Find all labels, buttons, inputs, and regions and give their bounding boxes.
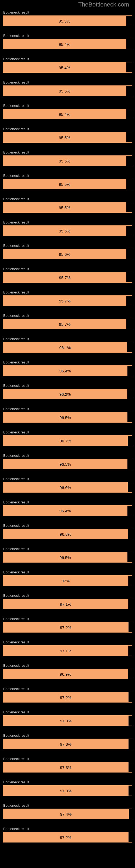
bar-row: Bottleneck result96.9% xyxy=(3,663,132,679)
bar-fill: 96.5% xyxy=(3,412,127,422)
bar-track: 95.4% xyxy=(3,62,132,73)
bar-label: Bottleneck result xyxy=(3,127,132,131)
bar-track: 95.5% xyxy=(3,155,132,166)
bar-label: Bottleneck result xyxy=(3,174,132,178)
bar-label: Bottleneck result xyxy=(3,477,132,481)
bar-value: 97% xyxy=(61,578,70,583)
bar-value: 96.2% xyxy=(59,392,71,396)
bar-label: Bottleneck result xyxy=(3,267,132,271)
bar-label: Bottleneck result xyxy=(3,827,132,831)
bar-label: Bottleneck result xyxy=(3,314,132,318)
bar-row: Bottleneck result97.3% xyxy=(3,734,132,749)
bar-label: Bottleneck result xyxy=(3,710,132,714)
bar-track: 95.3% xyxy=(3,16,132,26)
bar-row: Bottleneck result97.2% xyxy=(3,687,132,703)
bar-row: Bottleneck result97.1% xyxy=(3,640,132,656)
bar-value: 97.3% xyxy=(60,718,72,723)
bar-row: Bottleneck result96.8% xyxy=(3,524,132,539)
bar-track: 95.5% xyxy=(3,132,132,143)
bar-track: 96.8% xyxy=(3,529,132,539)
bar-value: 95.7% xyxy=(59,299,71,303)
bar-value: 96.5% xyxy=(59,415,71,420)
bar-row: Bottleneck result97.2% xyxy=(3,617,132,632)
bar-track: 95.7% xyxy=(3,272,132,283)
bar-value: 96.7% xyxy=(60,438,71,443)
bar-track: 95.4% xyxy=(3,109,132,119)
bar-row: Bottleneck result95.4% xyxy=(3,104,132,119)
bar-value: 96.5% xyxy=(59,555,71,560)
bar-label: Bottleneck result xyxy=(3,337,132,341)
bar-value: 97.4% xyxy=(60,812,72,816)
bar-label: Bottleneck result xyxy=(3,687,132,691)
bar-label: Bottleneck result xyxy=(3,663,132,668)
bar-track: 95.4% xyxy=(3,39,132,50)
bar-value: 95.5% xyxy=(59,182,71,186)
bar-row: Bottleneck result95.5% xyxy=(3,150,132,166)
bar-value: 97.2% xyxy=(60,695,72,700)
bar-value: 97.3% xyxy=(60,765,72,770)
site-header: TheBottleneck.com xyxy=(3,0,132,10)
bar-fill: 97.3% xyxy=(3,716,129,725)
bar-label: Bottleneck result xyxy=(3,547,132,551)
bar-label: Bottleneck result xyxy=(3,524,132,528)
bar-label: Bottleneck result xyxy=(3,500,132,504)
bar-track: 95.5% xyxy=(3,202,132,213)
bar-row: Bottleneck result95.5% xyxy=(3,80,132,96)
bar-row: Bottleneck result97.3% xyxy=(3,710,132,726)
bar-value: 95.4% xyxy=(59,112,71,116)
bar-row: Bottleneck result96.1% xyxy=(3,337,132,352)
bar-row: Bottleneck result96.5% xyxy=(3,407,132,423)
bar-fill: 97.2% xyxy=(3,622,129,632)
bar-row: Bottleneck result96.5% xyxy=(3,547,132,563)
bar-track: 97.1% xyxy=(3,645,132,656)
bar-value: 95.5% xyxy=(59,228,71,233)
bar-track: 95.5% xyxy=(3,179,132,189)
bar-fill: 97.2% xyxy=(3,832,129,842)
bar-track: 95.5% xyxy=(3,225,132,236)
bar-row: Bottleneck result97% xyxy=(3,570,132,586)
bar-row: Bottleneck result97.3% xyxy=(3,780,132,796)
bar-value: 97.3% xyxy=(60,788,72,793)
bar-fill: 95.5% xyxy=(3,203,126,212)
bar-fill: 96.7% xyxy=(3,436,128,446)
bar-row: Bottleneck result95.7% xyxy=(3,314,132,329)
bar-track: 95.7% xyxy=(3,296,132,306)
bar-value: 97.1% xyxy=(60,601,72,606)
bar-fill: 96.5% xyxy=(3,459,127,469)
bar-value: 96.5% xyxy=(59,462,71,466)
bar-fill: 95.7% xyxy=(3,296,126,306)
bar-row: Bottleneck result96.5% xyxy=(3,454,132,469)
bar-fill: 95.7% xyxy=(3,319,126,329)
bar-label: Bottleneck result xyxy=(3,57,132,61)
bar-value: 96.9% xyxy=(60,672,71,676)
bar-track: 97% xyxy=(3,575,132,586)
bar-row: Bottleneck result95.3% xyxy=(3,10,132,26)
bar-fill: 95.3% xyxy=(3,16,126,26)
bar-fill: 97.4% xyxy=(3,809,129,819)
bar-fill: 95.5% xyxy=(3,156,126,166)
chart-container: TheBottleneck.com Bottleneck result95.3%… xyxy=(0,0,135,842)
bar-row: Bottleneck result97.4% xyxy=(3,803,132,819)
bar-row: Bottleneck result96.7% xyxy=(3,430,132,446)
bar-label: Bottleneck result xyxy=(3,150,132,154)
bar-row: Bottleneck result96.2% xyxy=(3,383,132,399)
bar-track: 95.6% xyxy=(3,249,132,259)
bar-track: 97.3% xyxy=(3,739,132,749)
bar-fill: 97.1% xyxy=(3,646,128,656)
bar-value: 96.8% xyxy=(60,532,71,536)
bar-track: 96.1% xyxy=(3,342,132,352)
bar-track: 95.5% xyxy=(3,86,132,96)
bar-row: Bottleneck result95.4% xyxy=(3,57,132,73)
bar-track: 97.3% xyxy=(3,715,132,726)
bar-value: 97.1% xyxy=(60,648,72,653)
bar-row: Bottleneck result97.1% xyxy=(3,593,132,609)
bar-fill: 97.3% xyxy=(3,762,129,772)
bar-track: 96.6% xyxy=(3,482,132,493)
bar-label: Bottleneck result xyxy=(3,803,132,807)
bar-row: Bottleneck result95.5% xyxy=(3,197,132,213)
bar-value: 96.4% xyxy=(59,368,71,373)
bar-label: Bottleneck result xyxy=(3,757,132,761)
bar-track: 97.1% xyxy=(3,599,132,609)
bar-label: Bottleneck result xyxy=(3,640,132,644)
bar-track: 97.2% xyxy=(3,832,132,842)
